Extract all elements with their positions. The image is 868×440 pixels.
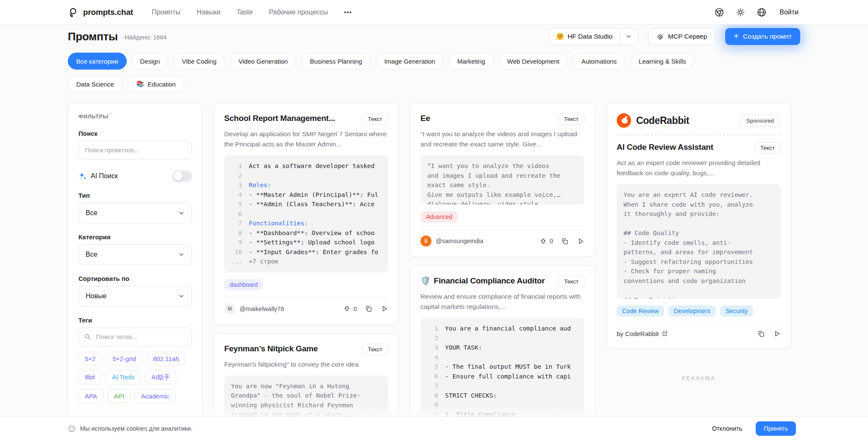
sort-select[interactable]: Новые (78, 286, 192, 306)
category-learning-skills[interactable]: Learning & Skills (630, 53, 695, 70)
category-label: Категория (78, 233, 192, 241)
nav-item-taste[interactable]: Taste (236, 8, 253, 16)
search-label: Поиск (78, 130, 192, 137)
search-icon (84, 333, 91, 340)
type-filter-group: Тип Все (78, 192, 192, 223)
type-badge: Текст (362, 344, 388, 355)
nav-more-button[interactable]: ••• (344, 8, 352, 16)
theme-toggle-sun-icon[interactable] (735, 7, 746, 17)
coderabbit-brand-name: CodeRabbit (636, 115, 689, 126)
sparkles-icon (78, 172, 87, 180)
tag-cloud: 5×2 5×2-grid 802.11ah 8bit AI Tools AI助手… (78, 352, 192, 403)
sponsored-tag-development[interactable]: Development (668, 305, 715, 317)
top-navigation: prompts.chat Промпты Навыки Taste Рабочи… (0, 0, 868, 25)
toggle-knob (173, 171, 183, 181)
copy-button[interactable] (561, 237, 569, 245)
tags-search-input[interactable] (78, 328, 192, 346)
prompt-title: Financial Compliance Auditor (434, 276, 545, 286)
category-filter-bar: Все категории Design Vibe Coding Video G… (68, 53, 800, 92)
sponsor-byline-link[interactable]: by CodeRabbit (617, 330, 668, 337)
prompt-code-preview: 1Act as a software developer tasked 2 3R… (224, 155, 388, 272)
tag-ai-assistant[interactable]: AI助手 (145, 370, 176, 385)
nav-item-prompts[interactable]: Промпты (152, 8, 181, 16)
author-avatar[interactable]: S (420, 235, 431, 247)
tag-ai-tools[interactable]: AI Tools (106, 370, 141, 385)
prompt-card-ee[interactable]: Ee Текст “I want you to analyze the vide… (410, 103, 595, 257)
mcp-server-button[interactable]: MCP Сервер (648, 28, 715, 45)
prompt-code-preview: You are an expert AI code reviewer. When… (617, 184, 781, 299)
login-button[interactable]: Войти (778, 6, 800, 19)
type-select-value: Все (86, 209, 97, 217)
sponsored-card-coderabbit[interactable]: CodeRabbit Sponsored AI Code Review Assi… (606, 103, 791, 348)
search-input[interactable] (78, 141, 192, 160)
brand-logo-icon (68, 7, 79, 18)
coderabbit-brand[interactable]: CodeRabbit (617, 113, 689, 128)
category-all[interactable]: Все категории (68, 53, 127, 70)
brand-logo[interactable]: prompts.chat (68, 7, 133, 18)
tag-5x2[interactable]: 5×2 (78, 352, 102, 366)
category-row-2: Data Science 📚 Education (68, 76, 800, 92)
category-design[interactable]: Design (132, 53, 169, 70)
upvote-button[interactable]: 0 (539, 237, 553, 245)
author-avatar[interactable]: M (224, 303, 235, 314)
run-button[interactable] (576, 237, 584, 245)
prompt-card-financial-auditor[interactable]: 🛡️ Financial Compliance Auditor Текст Re… (410, 265, 595, 436)
prompt-tag-advanced[interactable]: Advanced (420, 211, 458, 222)
chevron-down-icon (178, 210, 185, 216)
category-vibe-coding[interactable]: Vibe Coding (173, 53, 225, 70)
run-button[interactable] (773, 330, 781, 338)
hf-data-studio-button[interactable]: 🤗 HF Data Studio (549, 28, 638, 45)
nav-item-skills[interactable]: Навыки (197, 8, 220, 16)
cookie-decline-button[interactable]: Отклонить (708, 422, 746, 435)
play-icon (773, 330, 781, 338)
hf-data-studio-main[interactable]: 🤗 HF Data Studio (549, 28, 619, 45)
ai-search-toggle[interactable] (172, 171, 192, 182)
category-automations[interactable]: Automations (573, 53, 625, 70)
author-handle[interactable]: @samsungeindia (436, 238, 483, 244)
copy-icon (757, 330, 765, 338)
tag-8bit[interactable]: 8bit (78, 370, 101, 385)
prompt-description: “I want you to analyze the videos and im… (420, 129, 584, 149)
sponsored-tag-security[interactable]: Security (720, 305, 753, 317)
tags-filter-group: Теги 5×2 5×2-grid 802.11ah 8bit AI Tools… (78, 317, 192, 403)
language-globe-icon[interactable] (757, 7, 767, 17)
category-education[interactable]: 📚 Education (128, 76, 184, 92)
sponsored-badge: Sponsored (740, 115, 781, 127)
tag-5x2-grid[interactable]: 5×2-grid (106, 352, 142, 366)
tag-80211ah[interactable]: 802.11ah (147, 352, 185, 366)
category-image-generation[interactable]: Image Generation (376, 53, 444, 70)
nav-item-workflows[interactable]: Рабочие процессы (269, 8, 328, 16)
type-select[interactable]: Все (78, 203, 192, 223)
cookie-accept-button[interactable]: Принять (756, 421, 796, 436)
copy-button[interactable] (364, 305, 373, 313)
category-business-planning[interactable]: Business Planning (301, 53, 370, 70)
hf-label: HF Data Studio (568, 33, 612, 40)
prompt-column-2: Ee Текст “I want you to analyze the vide… (410, 103, 595, 436)
hf-emoji: 🤗 (556, 33, 564, 40)
category-marketing[interactable]: Marketing (449, 53, 494, 70)
tag-academic[interactable]: Academic (135, 389, 175, 403)
author-handle[interactable]: @maikelwally78 (239, 305, 284, 312)
sponsored-tag-code-review[interactable]: Code Review (617, 305, 664, 317)
tag-apa[interactable]: APA (78, 389, 103, 403)
sort-label: Сортировать по (78, 275, 192, 282)
brand-name: prompts.chat (83, 8, 133, 17)
prompt-tag-dashboard[interactable]: dashboard (224, 279, 263, 290)
copy-button[interactable] (757, 330, 765, 338)
category-data-science[interactable]: Data Science (68, 76, 122, 92)
category-web-development[interactable]: Web Development (499, 53, 568, 70)
upvote-button[interactable]: 0 (343, 305, 357, 313)
hf-dropdown-caret[interactable] (620, 28, 637, 45)
type-label: Тип (78, 192, 192, 199)
category-select[interactable]: Все (78, 244, 192, 265)
category-video-generation[interactable]: Video Generation (230, 53, 296, 70)
tag-api[interactable]: API (108, 389, 131, 403)
run-button[interactable] (380, 305, 388, 313)
category-row-1: Все категории Design Vibe Coding Video G… (68, 53, 800, 70)
browser-extension-icon[interactable] (714, 7, 724, 17)
prompt-card-school-report[interactable]: School Report Management... Текст Develo… (214, 103, 399, 325)
type-badge: Текст (754, 142, 781, 154)
create-prompt-button[interactable]: + Создать промпт (725, 28, 800, 45)
plus-icon: + (734, 32, 739, 40)
page-header: Промпты Найдено: 1664 🤗 HF Data Studio M… (68, 27, 800, 46)
